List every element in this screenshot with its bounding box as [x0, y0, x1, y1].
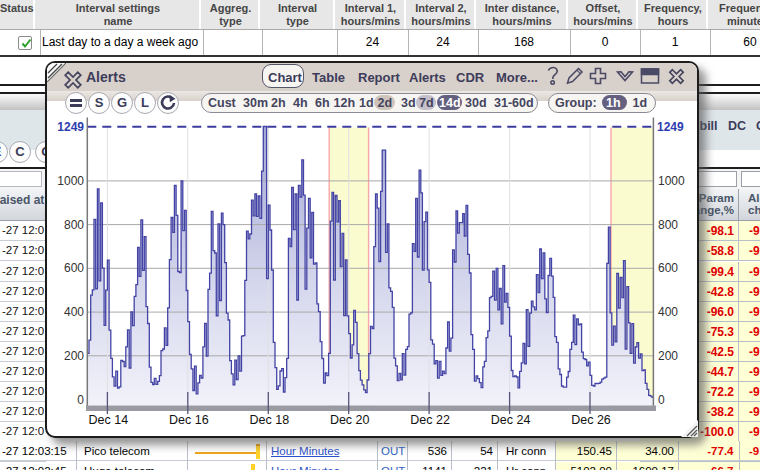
svg-text:1249: 1249 [657, 120, 684, 134]
svg-text:Dec 22: Dec 22 [410, 413, 450, 427]
svg-text:Dec 16: Dec 16 [169, 413, 209, 427]
svg-text:600: 600 [658, 261, 678, 275]
svg-text:600: 600 [64, 261, 84, 275]
svg-text:200: 200 [658, 349, 678, 363]
svg-text:400: 400 [64, 305, 84, 319]
svg-text:800: 800 [64, 218, 84, 232]
svg-text:Dec 20: Dec 20 [330, 413, 370, 427]
svg-text:Dec 24: Dec 24 [491, 413, 531, 427]
svg-text:0: 0 [658, 393, 665, 407]
svg-text:1000: 1000 [57, 174, 84, 188]
svg-text:400: 400 [658, 305, 678, 319]
svg-text:800: 800 [658, 218, 678, 232]
svg-text:Dec 14: Dec 14 [89, 413, 129, 427]
svg-text:200: 200 [64, 349, 84, 363]
svg-text:Dec 26: Dec 26 [571, 413, 611, 427]
svg-text:0: 0 [77, 393, 84, 407]
svg-text:Dec 18: Dec 18 [249, 413, 289, 427]
svg-text:1249: 1249 [57, 120, 84, 134]
svg-text:1000: 1000 [658, 174, 685, 188]
